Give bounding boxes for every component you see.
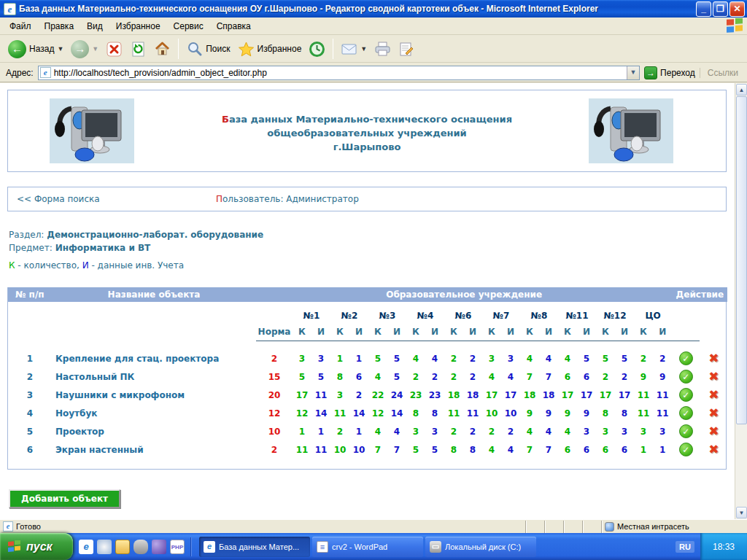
k-header: К: [634, 323, 653, 341]
norm-value: 10: [256, 422, 293, 440]
forward-button[interactable]: → ▼: [67, 39, 102, 60]
language-indicator[interactable]: RU: [676, 541, 694, 553]
edit-button[interactable]: [395, 39, 419, 59]
confirm-icon[interactable]: ✓: [679, 351, 693, 365]
vertical-scrollbar[interactable]: ▲ ▼: [735, 83, 747, 519]
subject-value: Информатика и ВТ: [55, 243, 151, 253]
quantity-value: 11: [444, 404, 463, 422]
delete-icon[interactable]: ✖: [708, 388, 719, 402]
menu-edit[interactable]: Правка: [38, 19, 81, 34]
quantity-value: 8: [444, 440, 463, 459]
user-info: Пользователь: Администратор: [216, 194, 359, 204]
refresh-button[interactable]: [126, 39, 150, 59]
taskbar-task-button[interactable]: ▭Локальный диск (C:): [425, 537, 536, 557]
action-cell: ✓: [672, 368, 700, 386]
quantity-value: 2: [634, 349, 653, 368]
menu-file[interactable]: Файл: [3, 19, 38, 34]
links-label[interactable]: Ссылки: [700, 68, 744, 78]
menu-favorites[interactable]: Избранное: [109, 19, 167, 34]
delete-icon[interactable]: ✖: [708, 443, 719, 456]
home-button[interactable]: [150, 39, 174, 59]
search-button[interactable]: Поиск: [182, 39, 233, 59]
quantity-value: 10: [330, 440, 349, 459]
delete-icon[interactable]: ✖: [708, 351, 719, 365]
restore-button[interactable]: ❐: [713, 1, 728, 17]
inventory-value: 17: [501, 386, 520, 404]
confirm-icon[interactable]: ✓: [679, 406, 693, 420]
media-player-icon[interactable]: [97, 540, 112, 554]
quick-launch: e PHP: [73, 533, 199, 560]
inventory-value: 6: [577, 368, 596, 386]
address-url[interactable]: http://localhost/tech_provision/admin_ob…: [54, 68, 627, 78]
quantity-value: 9: [634, 368, 653, 386]
delete-icon[interactable]: ✖: [708, 370, 719, 384]
delete-icon[interactable]: ✖: [708, 406, 719, 420]
history-button[interactable]: [305, 39, 329, 59]
back-dropdown-icon[interactable]: ▼: [57, 45, 63, 52]
inventory-value: 11: [463, 404, 482, 422]
section-value: Демонстрационно-лаборат. оборудование: [47, 230, 263, 240]
inventory-value: 8: [425, 404, 444, 422]
close-button[interactable]: ✕: [729, 1, 745, 17]
quantity-value: 2: [596, 368, 615, 386]
search-form-link[interactable]: << Форма поиска: [17, 194, 100, 204]
stop-button[interactable]: [102, 39, 126, 59]
inventory-value: 14: [311, 404, 330, 422]
title-bar: e База данных Материально-технического о…: [0, 0, 747, 18]
hardware-icon[interactable]: [133, 540, 148, 554]
scroll-up-icon[interactable]: ▲: [736, 84, 747, 96]
confirm-icon[interactable]: ✓: [679, 424, 693, 438]
i-header: И: [349, 323, 368, 341]
confirm-icon[interactable]: ✓: [679, 388, 693, 402]
menu-help[interactable]: Справка: [210, 19, 258, 34]
k-header: К: [406, 323, 425, 341]
mail-button[interactable]: ▼: [337, 39, 371, 59]
k-header: К: [330, 323, 349, 341]
menu-view[interactable]: Вид: [80, 19, 109, 34]
taskbar-task-button[interactable]: ≡crv2 - WordPad: [312, 537, 423, 557]
inventory-value: 4: [501, 440, 520, 459]
address-input[interactable]: e http://localhost/tech_provision/admin_…: [38, 66, 640, 80]
php-editor-icon[interactable]: PHP: [170, 540, 185, 554]
minimize-button[interactable]: _: [696, 1, 711, 17]
clock[interactable]: 18:33: [713, 542, 735, 552]
confirm-icon[interactable]: ✓: [679, 443, 693, 456]
action-cell: ✖: [700, 349, 727, 368]
quantity-value: 2: [482, 422, 501, 440]
i-header: И: [425, 323, 444, 341]
scrollbar-thumb[interactable]: [736, 96, 747, 424]
delete-icon[interactable]: ✖: [708, 424, 719, 438]
k-header: К: [482, 323, 501, 341]
menu-tools[interactable]: Сервис: [167, 19, 210, 34]
back-button[interactable]: ← Назад ▼: [4, 39, 67, 60]
print-button[interactable]: [371, 39, 395, 59]
messenger-icon[interactable]: [152, 540, 166, 554]
k-header: К: [368, 323, 387, 341]
window-title: База данных Материально-технического осн…: [19, 4, 694, 14]
col-header-name: Название объекта: [52, 287, 256, 302]
go-button[interactable]: → Переход: [644, 66, 695, 79]
ie-quicklaunch-icon[interactable]: e: [79, 540, 93, 554]
inventory-value: 9: [653, 368, 672, 386]
favorites-button[interactable]: Избранное: [234, 39, 306, 59]
school-header: №3: [368, 302, 406, 323]
taskbar-separator: [190, 537, 191, 556]
inventory-value: 7: [539, 440, 558, 459]
quantity-value: 9: [520, 404, 539, 422]
inventory-value: 14: [387, 404, 406, 422]
confirm-icon[interactable]: ✓: [679, 370, 693, 384]
folder-icon[interactable]: [115, 540, 130, 554]
taskbar-task-button[interactable]: eБаза данных Матер...: [199, 537, 310, 557]
objects-table: № п/п Название объекта Образовательное у…: [8, 287, 727, 459]
start-button[interactable]: пуск: [0, 533, 73, 560]
inventory-value: 2: [463, 368, 482, 386]
norm-header: Норма: [256, 323, 293, 341]
action-cell: ✖: [700, 386, 727, 404]
scroll-down-icon[interactable]: ▼: [736, 507, 747, 518]
quantity-value: 3: [596, 422, 615, 440]
quantity-value: 2: [444, 422, 463, 440]
mail-dropdown-icon[interactable]: ▼: [360, 45, 367, 52]
quantity-value: 7: [368, 440, 387, 459]
address-dropdown-icon[interactable]: ▼: [627, 66, 639, 79]
add-object-button[interactable]: Добавить объект: [9, 489, 120, 508]
